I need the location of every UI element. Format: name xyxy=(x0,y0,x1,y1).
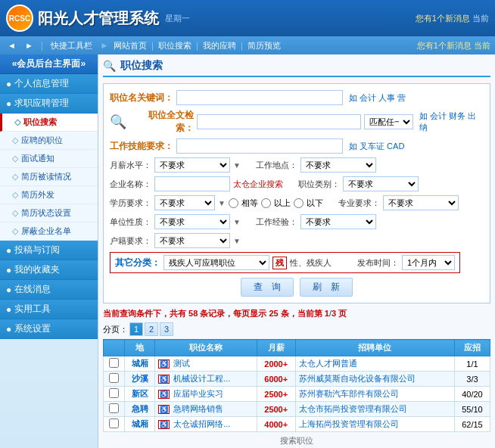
row-checkbox[interactable] xyxy=(109,373,119,383)
page-1-button[interactable]: 1 xyxy=(129,322,143,336)
major-select[interactable]: 不要求 xyxy=(383,195,459,210)
row-job: ♿ 应届毕业实习 xyxy=(155,387,257,402)
breadcrumb-apply[interactable]: 我的应聘 xyxy=(203,40,236,51)
skill-hint: 如 叉车证 CAD xyxy=(349,141,404,152)
sidebar-item-resume-read[interactable]: ◇ 简历被读情况 xyxy=(0,168,98,186)
diamond-icon8: ◇ xyxy=(12,226,18,236)
sidebar-item-messages[interactable]: ● 在线消息 xyxy=(0,280,98,300)
jobtype-cell: 职位类别： 不要求 xyxy=(298,176,419,191)
fulltext-match-select[interactable]: 匹配任一词 匹配所有词 xyxy=(364,114,413,129)
row-job: ♿ 机械设计工程... xyxy=(155,372,257,387)
sidebar-item-publish[interactable]: ● 投稿与订阅 xyxy=(0,241,98,260)
company-link[interactable]: 苏州赛勒汽车部件有限公司 xyxy=(299,389,399,398)
jobtype-label: 职位类别： xyxy=(298,179,340,190)
query-button[interactable]: 查 询 xyxy=(241,278,294,297)
sidebar-item-favorites[interactable]: ● 我的收藏夹 xyxy=(0,260,98,280)
row-company: 苏州赛勒汽车部件有限公司 xyxy=(295,387,454,402)
workexp-select[interactable]: 不要求 xyxy=(300,214,376,229)
other-sub-btn[interactable]: 残 xyxy=(272,257,287,269)
total-count: 58 xyxy=(188,309,198,318)
per-page-count: 25 xyxy=(269,309,278,318)
sex-arrow: ▼ xyxy=(233,218,241,226)
company-link[interactable]: 上海拓尚投资管理有限公司 xyxy=(299,419,399,428)
sex-select[interactable]: 不要求 xyxy=(154,214,230,229)
job-link[interactable]: 测试 xyxy=(173,359,190,368)
reset-button[interactable]: 刷 新 xyxy=(300,278,353,297)
company-link[interactable]: 太仓市拓尚投资管理有限公司 xyxy=(299,404,407,413)
keyword-input[interactable] xyxy=(176,90,343,105)
sidebar-item-resume-send[interactable]: ◇ 简历外发 xyxy=(0,186,98,204)
forward-button[interactable]: ► xyxy=(22,40,36,51)
edu-select[interactable]: 不要求 xyxy=(154,195,215,210)
sidebar-item-block-list[interactable]: ◇ 屏蔽企业名单 xyxy=(0,222,98,241)
company-link[interactable]: 苏州威莫斯自动化设备有限公司 xyxy=(299,374,416,383)
company-link[interactable]: 太仓人才网普通 xyxy=(299,359,357,368)
breadcrumb-jobs[interactable]: 职位搜索 xyxy=(158,40,191,51)
fulltext-label: 职位全文检索： xyxy=(131,109,194,135)
app-title: 阳光人才管理系统 xyxy=(38,8,159,29)
row-company: 太仓人才网普通 xyxy=(295,356,454,372)
sidebar-item-jobseek[interactable]: ● 求职应聘管理 xyxy=(0,94,98,114)
hukou-arrow: ▼ xyxy=(233,237,241,245)
salary-select[interactable]: 不要求 xyxy=(154,157,230,173)
sidebar-item-settings[interactable]: ● 系统设置 xyxy=(0,319,98,339)
sex-cell: 单位性质： 不要求 ▼ xyxy=(110,214,241,229)
sidebar-item-personal[interactable]: ● 个人信息管理 xyxy=(0,74,98,94)
row-checkbox[interactable] xyxy=(109,358,119,368)
other-select[interactable]: 残疾人可应聘职位 xyxy=(163,255,269,270)
keyword-hint: 如 会计 人事 营 xyxy=(349,92,406,104)
grid-row-1: 月薪水平： 不要求 ▼ 工作地点： 不要求 xyxy=(110,157,484,173)
edu-radio-below[interactable] xyxy=(294,198,304,208)
breadcrumb-resume[interactable]: 简历预览 xyxy=(248,40,281,51)
location-select[interactable]: 不要求 xyxy=(300,157,376,173)
results-section: 当前查询条件下，共有 58 条记录，每页显示 25 条，当前第 1/3 页 分页… xyxy=(103,308,490,432)
hukou-select[interactable]: 不要求 xyxy=(154,233,230,248)
row-checkbox[interactable] xyxy=(109,418,119,428)
sidebar-item-resume-settings[interactable]: ◇ 简历状态设置 xyxy=(0,204,98,222)
row-job: ♿ 太仓诚招网络... xyxy=(155,417,257,432)
location-cell: 工作地点： 不要求 xyxy=(256,157,376,173)
grid-row-5: 户籍要求： 不要求 ▼ xyxy=(110,233,484,248)
disability-tag: ♿ xyxy=(158,375,170,384)
quick-tools-label[interactable]: 快捷工具栏 xyxy=(48,39,95,52)
pagination: 分页： 1 2 3 xyxy=(103,322,490,336)
back-button[interactable]: ◄ xyxy=(5,40,19,51)
col-company: 招聘单位 xyxy=(295,340,454,356)
page-2-button[interactable]: 2 xyxy=(145,322,158,336)
jobtype-select[interactable]: 不要求 xyxy=(343,176,419,191)
sidebar-item-interview[interactable]: ◇ 面试通知 xyxy=(0,150,98,168)
row-company: 太仓市拓尚投资管理有限公司 xyxy=(295,402,454,417)
col-checkbox xyxy=(104,340,125,356)
fulltext-hint: 如 会计 财务 出纳 xyxy=(419,110,484,133)
sidebar-item-tools[interactable]: ● 实用工具 xyxy=(0,300,98,319)
message-bar: 您有1个新消息 当前 xyxy=(417,40,490,51)
table-row: 沙溪 ♿ 机械设计工程... 6000+ 苏州威莫斯自动化设备有限公司 3/3 xyxy=(104,372,490,387)
job-link[interactable]: 应届毕业实习 xyxy=(173,389,223,398)
edu-radio-above[interactable] xyxy=(261,198,271,208)
skill-input[interactable] xyxy=(176,138,343,154)
other-category-row: 其它分类： 残疾人可应聘职位 残 性、残疾人 发布时间： 1个月内 xyxy=(110,252,460,273)
job-link[interactable]: 机械设计工程... xyxy=(173,374,230,383)
company-search-link[interactable]: 太仓企业搜索 xyxy=(233,179,283,190)
row-location: 急聘 xyxy=(125,402,155,417)
sidebar-item-applied-jobs[interactable]: ◇ 应聘的职位 xyxy=(0,132,98,150)
breadcrumb-home[interactable]: 网站首页 xyxy=(114,40,147,51)
diamond-icon6: ◇ xyxy=(12,190,18,200)
fulltext-input[interactable] xyxy=(197,114,361,129)
job-link[interactable]: 急聘网络销售 xyxy=(173,404,223,413)
publish-select[interactable]: 1个月内 xyxy=(402,255,455,270)
workexp-label: 工作经验： xyxy=(256,216,297,228)
form-buttons: 查 询 刷 新 xyxy=(110,278,484,297)
page-3-button[interactable]: 3 xyxy=(160,322,173,336)
dot-icon11: ● xyxy=(6,285,11,295)
edu-radio-equal[interactable] xyxy=(229,198,238,208)
row-location: 新区 xyxy=(125,387,155,402)
job-link[interactable]: 太仓诚招网络... xyxy=(173,419,230,428)
company-input[interactable] xyxy=(154,176,230,191)
sidebar-item-job-search[interactable]: ◇ 职位搜索 xyxy=(0,114,98,132)
main-layout: «会员后台主界面» ● 个人信息管理 ● 求职应聘管理 ◇ 职位搜索 ◇ 应聘的… xyxy=(0,54,495,448)
row-checkbox[interactable] xyxy=(109,388,119,398)
content-header: 🔍 职位搜索 xyxy=(103,59,490,77)
col-location: 地 xyxy=(125,340,155,356)
row-checkbox[interactable] xyxy=(109,403,119,413)
